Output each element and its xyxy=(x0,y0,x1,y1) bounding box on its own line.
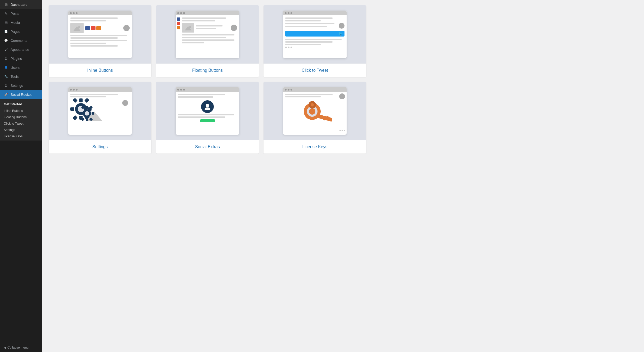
browser-content-settings xyxy=(68,92,132,134)
content-line xyxy=(285,23,334,24)
svg-rect-22 xyxy=(81,106,84,109)
submenu-settings[interactable]: Settings xyxy=(0,127,42,133)
extras-avatar xyxy=(201,100,214,113)
browser-dot-3 xyxy=(291,12,292,14)
float-btn-facebook xyxy=(177,17,180,21)
image-placeholder xyxy=(70,23,84,33)
content-line xyxy=(70,17,118,19)
content-line xyxy=(178,96,213,98)
browser-dot-2 xyxy=(73,12,75,14)
users-icon xyxy=(4,65,8,70)
tweet-button: 🐦 xyxy=(285,31,344,37)
browser-mockup-inline xyxy=(68,11,132,58)
submenu-header: Get Started xyxy=(0,100,42,108)
submenu-inline-buttons[interactable]: Inline Buttons xyxy=(0,108,42,114)
browser-bar xyxy=(176,87,239,92)
svg-rect-14 xyxy=(72,115,78,120)
card-settings-label[interactable]: Settings xyxy=(49,140,151,154)
content-line xyxy=(70,94,118,95)
content-line xyxy=(182,17,226,19)
avatar-small xyxy=(339,93,345,99)
dot xyxy=(285,47,287,48)
key-illustration xyxy=(285,100,344,130)
collapse-menu-button[interactable]: Collapse menu xyxy=(0,343,42,352)
card-floating-buttons[interactable]: Floating Buttons xyxy=(156,5,259,77)
card-click-to-tweet-image: 🐦 xyxy=(264,5,366,64)
tools-icon xyxy=(4,74,8,79)
sidebar-item-posts[interactable]: Posts xyxy=(0,9,42,18)
browser-content-extras xyxy=(176,92,239,124)
dashboard-icon xyxy=(4,2,8,7)
browser-dot-1 xyxy=(285,89,287,91)
content-line xyxy=(285,44,321,45)
browser-dot-1 xyxy=(70,89,72,91)
content-line xyxy=(285,20,321,21)
sidebar-item-tools[interactable]: Tools xyxy=(0,72,42,81)
card-social-extras[interactable]: Social Extras xyxy=(156,82,259,154)
dot xyxy=(344,130,345,131)
share-btn-other xyxy=(96,26,101,30)
key-icon xyxy=(298,100,332,129)
sidebar-item-social-rocket[interactable]: Social Rocket xyxy=(0,90,42,99)
browser-dot-1 xyxy=(70,12,72,14)
browser-dot-1 xyxy=(285,12,287,14)
svg-rect-7 xyxy=(79,98,83,102)
browser-dot-1 xyxy=(177,12,179,14)
card-click-to-tweet-label[interactable]: Click to Tweet xyxy=(264,64,366,77)
svg-point-26 xyxy=(205,107,210,110)
browser-dot-2 xyxy=(73,89,75,91)
sidebar-item-plugins[interactable]: Plugins xyxy=(0,54,42,63)
browser-content-license xyxy=(283,92,347,134)
card-inline-buttons[interactable]: Inline Buttons xyxy=(49,5,151,77)
main-content: Inline Buttons xyxy=(42,0,644,352)
browser-bar xyxy=(68,11,132,15)
gear-small-icon xyxy=(80,106,94,121)
dot xyxy=(291,47,292,48)
sidebar-item-appearance[interactable]: Appearance xyxy=(0,45,42,54)
browser-content-floating xyxy=(176,15,239,47)
float-btn-pinterest xyxy=(177,22,180,25)
browser-dot-3 xyxy=(291,89,292,91)
sidebar-item-dashboard[interactable]: Dashboard xyxy=(0,0,42,9)
browser-content-tweet: 🐦 xyxy=(283,15,347,50)
card-click-to-tweet[interactable]: 🐦 Click to Tweet xyxy=(264,5,366,77)
content-line xyxy=(285,96,321,97)
card-social-extras-label[interactable]: Social Extras xyxy=(156,140,259,154)
sidebar-item-users[interactable]: Users xyxy=(0,63,42,72)
content-line xyxy=(196,28,216,29)
svg-point-25 xyxy=(206,104,209,107)
card-floating-buttons-label[interactable]: Floating Buttons xyxy=(156,64,259,77)
pages-icon xyxy=(4,29,8,34)
sidebar-item-media[interactable]: Media xyxy=(0,18,42,27)
browser-dot-3 xyxy=(183,89,185,91)
content-line xyxy=(70,96,106,97)
dot xyxy=(288,47,289,48)
card-floating-buttons-image xyxy=(156,5,259,64)
browser-dot-3 xyxy=(76,89,78,91)
sidebar-item-pages[interactable]: Pages xyxy=(0,27,42,36)
dot-row xyxy=(285,47,344,48)
svg-rect-24 xyxy=(81,118,84,121)
submenu-click-to-tweet[interactable]: Click to Tweet xyxy=(0,120,42,127)
rocket-icon xyxy=(4,92,8,97)
browser-dot-2 xyxy=(180,12,182,14)
browser-dot-3 xyxy=(183,12,185,14)
svg-point-3 xyxy=(189,26,191,28)
card-inline-buttons-label[interactable]: Inline Buttons xyxy=(49,64,151,77)
submenu-license-keys[interactable]: License Keys xyxy=(0,133,42,139)
card-license-keys-label[interactable]: License Keys xyxy=(264,140,366,154)
sidebar-item-settings[interactable]: Settings xyxy=(0,81,42,90)
content-line xyxy=(182,34,234,35)
sidebar-item-comments[interactable]: Comments xyxy=(0,36,42,45)
card-license-keys[interactable]: License Keys xyxy=(264,82,366,154)
card-social-extras-image xyxy=(156,82,259,140)
submenu-floating-buttons[interactable]: Floating Buttons xyxy=(0,114,42,120)
content-line xyxy=(70,37,118,39)
appearance-icon xyxy=(4,47,8,52)
content-line xyxy=(196,25,223,26)
content-line xyxy=(285,94,333,95)
gear-container xyxy=(70,98,92,121)
avatar xyxy=(231,25,237,31)
avatar-small xyxy=(122,100,128,106)
card-settings[interactable]: Settings xyxy=(49,82,151,154)
